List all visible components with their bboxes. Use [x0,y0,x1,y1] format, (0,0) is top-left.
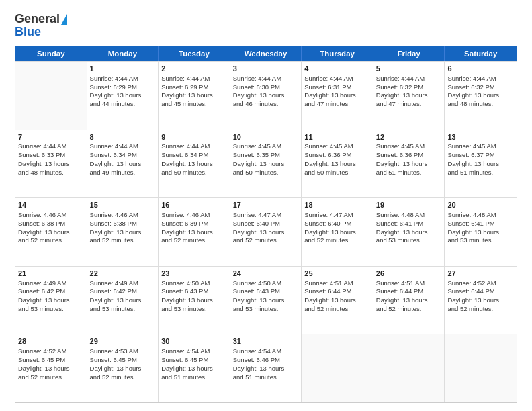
day-cell-30: 30Sunrise: 4:54 AMSunset: 6:45 PMDayligh… [159,334,230,402]
sunset-text: Sunset: 6:31 PM [304,83,370,92]
day-cell-28: 28Sunrise: 4:52 AMSunset: 6:45 PMDayligh… [15,334,87,402]
day-cell-17: 17Sunrise: 4:47 AMSunset: 6:40 PMDayligh… [230,198,302,266]
day-number: 12 [376,132,442,142]
week-row-1: 1Sunrise: 4:44 AMSunset: 6:29 PMDaylight… [15,61,517,130]
daylight-line2: and 47 minutes. [376,100,442,109]
daylight-line2: and 52 minutes. [90,236,156,245]
sunset-text: Sunset: 6:42 PM [90,287,156,296]
day-number: 14 [18,200,84,210]
day-cell-5: 5Sunrise: 4:44 AMSunset: 6:32 PMDaylight… [373,62,445,130]
day-cell-2: 2Sunrise: 4:44 AMSunset: 6:29 PMDaylight… [159,62,230,130]
day-cell-4: 4Sunrise: 4:44 AMSunset: 6:31 PMDaylight… [302,62,373,130]
daylight-line1: Daylight: 13 hours [447,91,514,100]
day-cell-8: 8Sunrise: 4:44 AMSunset: 6:34 PMDaylight… [87,130,159,198]
day-number: 7 [18,132,84,142]
day-number: 23 [161,269,227,279]
logo: General Blue [15,12,67,39]
daylight-line2: and 53 minutes. [90,305,156,314]
day-number: 15 [90,200,156,210]
daylight-line2: and 53 minutes. [447,236,514,245]
daylight-line1: Daylight: 13 hours [376,160,442,169]
day-cell-3: 3Sunrise: 4:44 AMSunset: 6:30 PMDaylight… [230,62,302,130]
daylight-line1: Daylight: 13 hours [304,91,370,100]
daylight-line2: and 51 minutes. [376,169,442,177]
header-day-sunday: Sunday [15,46,87,61]
daylight-line1: Daylight: 13 hours [304,228,370,237]
week-row-3: 14Sunrise: 4:46 AMSunset: 6:38 PMDayligh… [15,197,517,266]
day-number: 21 [18,269,84,279]
day-cell-31: 31Sunrise: 4:54 AMSunset: 6:46 PMDayligh… [230,334,302,402]
daylight-line1: Daylight: 13 hours [90,228,156,237]
sunset-text: Sunset: 6:43 PM [161,287,227,296]
sunrise-text: Sunrise: 4:45 AM [304,142,370,151]
week-row-2: 7Sunrise: 4:44 AMSunset: 6:33 PMDaylight… [15,130,517,198]
day-number: 4 [304,64,370,74]
calendar-header: SundayMondayTuesdayWednesdayThursdayFrid… [15,46,517,61]
day-cell-21: 21Sunrise: 4:49 AMSunset: 6:42 PMDayligh… [15,267,87,334]
header-day-tuesday: Tuesday [159,46,230,61]
day-cell-23: 23Sunrise: 4:50 AMSunset: 6:43 PMDayligh… [159,267,230,334]
daylight-line2: and 44 minutes. [90,100,156,109]
sunrise-text: Sunrise: 4:44 AM [18,142,84,151]
daylight-line2: and 52 minutes. [18,236,84,245]
day-cell-27: 27Sunrise: 4:52 AMSunset: 6:44 PMDayligh… [445,267,517,334]
day-number: 1 [90,64,156,74]
sunset-text: Sunset: 6:43 PM [233,287,299,296]
day-cell-13: 13Sunrise: 4:45 AMSunset: 6:37 PMDayligh… [445,130,517,198]
sunrise-text: Sunrise: 4:46 AM [90,211,156,220]
sunrise-text: Sunrise: 4:44 AM [376,75,442,83]
sunset-text: Sunset: 6:38 PM [90,220,156,228]
daylight-line2: and 50 minutes. [161,169,227,177]
day-cell-7: 7Sunrise: 4:44 AMSunset: 6:33 PMDaylight… [15,130,87,198]
daylight-line2: and 51 minutes. [447,169,514,177]
week-row-4: 21Sunrise: 4:49 AMSunset: 6:42 PMDayligh… [15,266,517,334]
sunrise-text: Sunrise: 4:45 AM [233,142,299,151]
sunrise-text: Sunrise: 4:48 AM [447,211,514,220]
sunset-text: Sunset: 6:33 PM [18,151,84,160]
sunset-text: Sunset: 6:38 PM [18,220,84,228]
sunrise-text: Sunrise: 4:53 AM [90,347,156,356]
daylight-line2: and 52 minutes. [304,305,370,314]
sunset-text: Sunset: 6:34 PM [90,151,156,160]
daylight-line1: Daylight: 13 hours [90,365,156,373]
daylight-line1: Daylight: 13 hours [18,296,84,305]
daylight-line1: Daylight: 13 hours [161,228,227,237]
daylight-line2: and 53 minutes. [376,236,442,245]
day-number: 8 [90,132,156,142]
sunset-text: Sunset: 6:41 PM [376,220,442,228]
sunset-text: Sunset: 6:35 PM [233,151,299,160]
sunrise-text: Sunrise: 4:44 AM [161,142,227,151]
daylight-line1: Daylight: 13 hours [447,160,514,169]
daylight-line2: and 46 minutes. [233,100,299,109]
daylight-line2: and 52 minutes. [233,236,299,245]
daylight-line2: and 53 minutes. [18,305,84,314]
daylight-line1: Daylight: 13 hours [233,91,299,100]
day-number: 27 [447,269,514,279]
daylight-line1: Daylight: 13 hours [18,160,84,169]
daylight-line2: and 52 minutes. [90,373,156,382]
sunrise-text: Sunrise: 4:44 AM [304,75,370,83]
day-number: 9 [161,132,227,142]
sunrise-text: Sunrise: 4:52 AM [447,279,514,288]
logo-blue: Blue [15,25,41,39]
daylight-line2: and 52 minutes. [376,305,442,314]
day-cell-24: 24Sunrise: 4:50 AMSunset: 6:43 PMDayligh… [230,267,302,334]
day-cell-15: 15Sunrise: 4:46 AMSunset: 6:38 PMDayligh… [87,198,159,266]
sunrise-text: Sunrise: 4:49 AM [90,279,156,288]
daylight-line2: and 53 minutes. [233,305,299,314]
daylight-line1: Daylight: 13 hours [376,296,442,305]
day-number: 20 [447,200,514,210]
sunset-text: Sunset: 6:42 PM [18,287,84,296]
empty-cell [302,334,373,402]
day-cell-10: 10Sunrise: 4:45 AMSunset: 6:35 PMDayligh… [230,130,302,198]
sunrise-text: Sunrise: 4:54 AM [161,347,227,356]
daylight-line2: and 47 minutes. [304,100,370,109]
daylight-line1: Daylight: 13 hours [233,296,299,305]
sunrise-text: Sunrise: 4:51 AM [376,279,442,288]
calendar-body: 1Sunrise: 4:44 AMSunset: 6:29 PMDaylight… [15,61,517,402]
header-day-wednesday: Wednesday [230,46,302,61]
sunset-text: Sunset: 6:45 PM [161,356,227,365]
day-number: 28 [18,336,84,347]
sunrise-text: Sunrise: 4:49 AM [18,279,84,288]
logo-arrow-icon [61,14,67,25]
